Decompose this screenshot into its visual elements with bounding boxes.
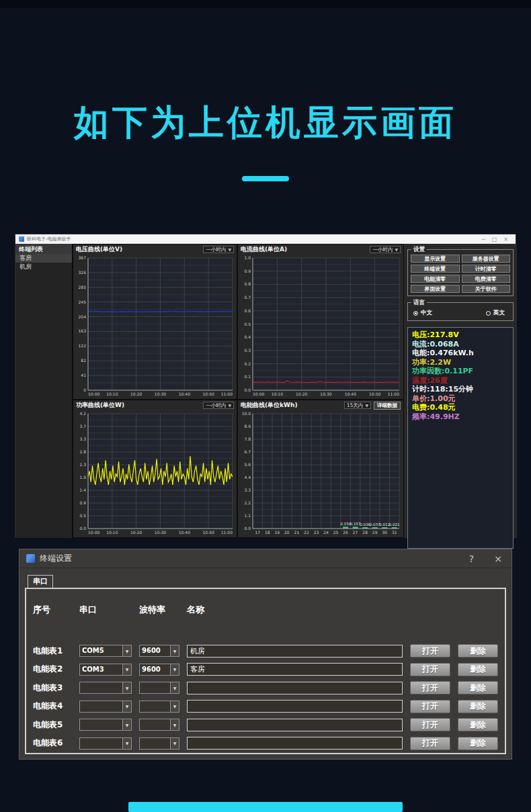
com-port-select[interactable]: COM3▼ xyxy=(79,664,132,676)
meter-name-input[interactable] xyxy=(187,645,403,658)
language-radio[interactable]: 中文 xyxy=(413,309,432,317)
svg-text:6.7: 6.7 xyxy=(244,449,251,454)
settings-button[interactable]: 关于软件 xyxy=(462,285,511,293)
svg-text:10:50: 10:50 xyxy=(369,392,380,396)
delete-button[interactable]: 删除 xyxy=(458,737,498,750)
open-button[interactable]: 打开 xyxy=(410,644,450,658)
svg-text:29: 29 xyxy=(372,530,378,535)
minimize-button[interactable]: ─ xyxy=(482,236,485,242)
com-port-select[interactable]: ▼ xyxy=(79,737,132,750)
svg-text:10:00: 10:00 xyxy=(88,392,99,396)
meter-label: 电能表5 xyxy=(33,719,72,731)
meter-row: 电能表2COM3▼9600▼打开删除 xyxy=(33,663,498,676)
column-header: 波特率 xyxy=(139,604,179,616)
baud-rate-select[interactable]: ▼ xyxy=(139,701,179,713)
meter-name-input[interactable] xyxy=(187,700,403,713)
svg-text:1.1: 1.1 xyxy=(244,513,251,518)
open-button[interactable]: 打开 xyxy=(410,700,450,713)
energy-range-dropdown[interactable]: 15天内 ▼ xyxy=(344,402,371,409)
svg-text:2.8: 2.8 xyxy=(79,449,86,454)
current-range-value: 一小时内 xyxy=(372,246,393,253)
svg-text:25: 25 xyxy=(333,530,339,535)
svg-text:367: 367 xyxy=(79,255,87,260)
com-port-select[interactable]: ▼ xyxy=(79,701,132,713)
chevron-down-icon: ▼ xyxy=(122,664,131,675)
svg-text:41: 41 xyxy=(81,373,86,377)
terminal-settings-dialog: 终端设置 ? × 串口 序号串口波特率名称 电能表1COM5▼9600▼打开删除… xyxy=(19,549,512,760)
svg-text:0.4: 0.4 xyxy=(244,334,251,339)
detail-data-button[interactable]: 详细数据 xyxy=(374,402,401,410)
svg-text:0.3: 0.3 xyxy=(244,348,251,353)
voltage-range-dropdown[interactable]: 一小时内 ▼ xyxy=(203,246,234,253)
meter-name-input[interactable] xyxy=(187,737,403,750)
open-button[interactable]: 打开 xyxy=(410,737,450,750)
meter-name-input[interactable] xyxy=(187,682,403,694)
settings-button[interactable]: 显示设置 xyxy=(411,255,460,263)
svg-text:4.2: 4.2 xyxy=(79,411,86,416)
com-port-select[interactable]: COM5▼ xyxy=(79,645,132,657)
baud-rate-select[interactable]: ▼ xyxy=(139,719,179,731)
current-range-dropdown[interactable]: 一小时内 ▼ xyxy=(370,246,401,253)
chevron-down-icon: ▼ xyxy=(170,719,179,730)
tab-serial-port[interactable]: 串口 xyxy=(28,575,53,588)
delete-button[interactable]: 删除 xyxy=(458,681,498,694)
settings-button[interactable]: 界面设置 xyxy=(411,285,460,293)
com-port-select[interactable]: ▼ xyxy=(79,719,132,731)
baud-rate-select[interactable]: ▼ xyxy=(139,737,179,750)
open-button[interactable]: 打开 xyxy=(410,681,450,694)
delete-button[interactable]: 删除 xyxy=(458,718,498,731)
dialog-title: 终端设置 xyxy=(40,553,72,564)
delete-button[interactable]: 删除 xyxy=(458,644,498,658)
baud-rate-select[interactable]: ▼ xyxy=(139,682,179,694)
meter-name-input[interactable] xyxy=(187,719,403,731)
table-header-row: 序号串口波特率名称 xyxy=(33,604,498,616)
delete-button[interactable]: 删除 xyxy=(458,663,498,676)
svg-text:22: 22 xyxy=(304,530,309,535)
energy-plot: 0.01.12.23.34.45.66.77.88.910.0171819202… xyxy=(239,410,402,536)
dialog-titlebar: 终端设置 ? × xyxy=(19,549,512,568)
baud-rate-select[interactable]: 9600▼ xyxy=(139,664,179,676)
meter-name-input[interactable] xyxy=(187,663,403,676)
language-options: 中文英文 xyxy=(411,308,510,318)
baud-rate-select-value xyxy=(140,682,170,693)
svg-text:10:10: 10:10 xyxy=(272,392,283,396)
settings-button[interactable]: 服务器设置 xyxy=(462,255,511,263)
svg-text:27: 27 xyxy=(353,530,358,535)
svg-text:0: 0 xyxy=(83,388,86,392)
svg-text:1.9: 1.9 xyxy=(79,475,86,480)
svg-text:0.021: 0.021 xyxy=(389,523,400,527)
dialog-close-button[interactable]: × xyxy=(494,553,502,564)
com-port-select[interactable]: ▼ xyxy=(79,682,132,694)
column-header: 串口 xyxy=(79,604,132,616)
voltage-chart-title: 电压曲线(单位V) xyxy=(76,245,122,254)
settings-button[interactable]: 计时清零 xyxy=(462,265,511,273)
power-range-dropdown[interactable]: 一小时内 ▼ xyxy=(203,402,234,409)
main-window-titlebar: 联科电子-电能表助手 ─ □ × xyxy=(15,234,516,244)
reading-电费: 电费:0.48元 xyxy=(412,403,509,412)
help-button[interactable]: ? xyxy=(469,553,474,564)
svg-text:17: 17 xyxy=(255,530,260,535)
terminal-list-item[interactable]: 客房 xyxy=(15,254,72,263)
delete-button[interactable]: 删除 xyxy=(458,700,498,713)
maximize-button[interactable]: □ xyxy=(492,236,497,242)
terminal-list-item[interactable]: 机房 xyxy=(15,263,72,271)
settings-button[interactable]: 电费清零 xyxy=(462,275,511,283)
meter-label: 电能表4 xyxy=(33,701,72,712)
chevron-down-icon: ▼ xyxy=(395,247,398,252)
voltage-range-value: 一小时内 xyxy=(206,246,226,253)
meter-label: 电能表3 xyxy=(33,682,72,694)
svg-text:10:10: 10:10 xyxy=(106,392,118,396)
power-chart-panel: 功率曲线(单位W) 一小时内 ▼ 0.00.50.91.41.92.32.83.… xyxy=(73,400,237,538)
dialog-controls: ? × xyxy=(469,553,505,564)
settings-button[interactable]: 电能清零 xyxy=(411,275,460,283)
settings-button[interactable]: 终端设置 xyxy=(411,265,460,273)
baud-rate-select[interactable]: 9600▼ xyxy=(139,645,179,657)
page-title: 如下为上位机显示画面 xyxy=(0,99,531,146)
close-button[interactable]: × xyxy=(503,236,508,242)
svg-text:0.0: 0.0 xyxy=(244,526,251,531)
open-button[interactable]: 打开 xyxy=(410,718,450,731)
language-radio[interactable]: 英文 xyxy=(486,309,505,317)
svg-text:10:30: 10:30 xyxy=(320,392,331,396)
svg-text:31: 31 xyxy=(392,530,397,535)
open-button[interactable]: 打开 xyxy=(410,663,450,676)
